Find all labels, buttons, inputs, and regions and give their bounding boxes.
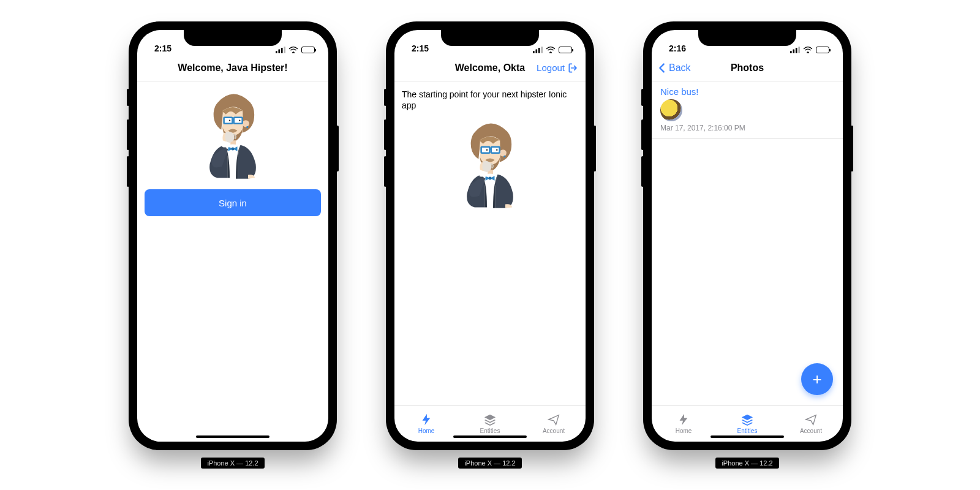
bolt-icon: [420, 413, 433, 426]
status-time: 2:15: [412, 43, 429, 53]
device-label: iPhone X — 12.2: [201, 458, 264, 469]
back-button[interactable]: Back: [655, 61, 691, 75]
paper-plane-icon: [547, 413, 560, 426]
hipster-illustration: [402, 117, 578, 209]
battery-icon: [301, 47, 315, 53]
sign-in-button[interactable]: Sign in: [145, 189, 321, 216]
plus-icon: +: [812, 370, 821, 389]
layers-icon: [741, 413, 754, 426]
logout-icon: [567, 62, 579, 74]
logout-button[interactable]: Logout: [537, 62, 579, 74]
device-frame: 2:16 Back Photos Nice bus! Mar 17,: [643, 21, 851, 450]
phone-2: 2:15 Welcome, Okta Logout The starting p…: [386, 21, 594, 469]
content-area: Nice bus! Mar 17, 2017, 2:16:00 PM +: [652, 81, 843, 405]
tab-account[interactable]: Account: [779, 405, 843, 442]
tab-label: Account: [800, 428, 822, 434]
paper-plane-icon: [804, 413, 818, 426]
bolt-icon: [677, 413, 690, 426]
device-frame: 2:15 Welcome, Java Hipster! Sign in: [129, 21, 337, 450]
page-title: Photos: [731, 62, 764, 74]
home-indicator[interactable]: [453, 435, 527, 438]
page-title: Welcome, Java Hipster!: [178, 62, 287, 74]
page-title: Welcome, Okta: [455, 62, 525, 74]
sign-in-label: Sign in: [219, 198, 247, 208]
content-area: The starting point for your next hipster…: [394, 81, 586, 405]
back-label: Back: [669, 62, 691, 74]
add-button[interactable]: +: [801, 363, 833, 395]
tab-label: Home: [418, 428, 435, 434]
phone-1: 2:15 Welcome, Java Hipster! Sign in: [129, 21, 337, 469]
nav-bar: Welcome, Java Hipster!: [137, 55, 328, 81]
layers-icon: [483, 413, 497, 426]
status-time: 2:15: [154, 43, 172, 53]
list-item-timestamp: Mar 17, 2017, 2:16:00 PM: [660, 124, 834, 132]
tab-home[interactable]: Home: [394, 405, 458, 442]
list-item-title: Nice bus!: [660, 86, 834, 97]
hipster-illustration: [137, 88, 328, 179]
notch: [184, 30, 282, 46]
tab-label: Account: [543, 428, 565, 434]
wifi-icon: [546, 46, 556, 53]
nav-bar: Back Photos: [652, 55, 843, 81]
tab-label: Entities: [480, 428, 500, 434]
tab-account[interactable]: Account: [522, 405, 586, 442]
description-text: The starting point for your next hipster…: [402, 89, 578, 111]
device-frame: 2:15 Welcome, Okta Logout The starting p…: [386, 21, 594, 450]
device-label: iPhone X — 12.2: [458, 458, 521, 469]
battery-icon: [559, 47, 572, 53]
cellular-signal-icon: [790, 47, 800, 53]
tab-home[interactable]: Home: [652, 405, 715, 442]
chevron-left-icon: [655, 61, 669, 75]
tab-label: Home: [676, 428, 692, 434]
phone-3: 2:16 Back Photos Nice bus! Mar 17,: [643, 21, 851, 469]
notch: [698, 30, 796, 46]
content-area: Sign in: [137, 81, 328, 442]
status-time: 2:16: [669, 43, 686, 53]
battery-icon: [816, 47, 829, 53]
device-label: iPhone X — 12.2: [715, 458, 778, 469]
home-indicator[interactable]: [710, 435, 784, 438]
cellular-signal-icon: [276, 47, 285, 53]
cellular-signal-icon: [533, 47, 543, 53]
home-indicator[interactable]: [196, 435, 270, 438]
photo-thumbnail: [660, 99, 682, 121]
wifi-icon: [803, 46, 813, 53]
nav-bar: Welcome, Okta Logout: [394, 55, 586, 81]
wifi-icon: [288, 46, 298, 53]
tab-label: Entities: [737, 428, 758, 434]
logout-label: Logout: [537, 62, 565, 73]
list-item[interactable]: Nice bus! Mar 17, 2017, 2:16:00 PM: [652, 81, 843, 139]
notch: [441, 30, 539, 46]
